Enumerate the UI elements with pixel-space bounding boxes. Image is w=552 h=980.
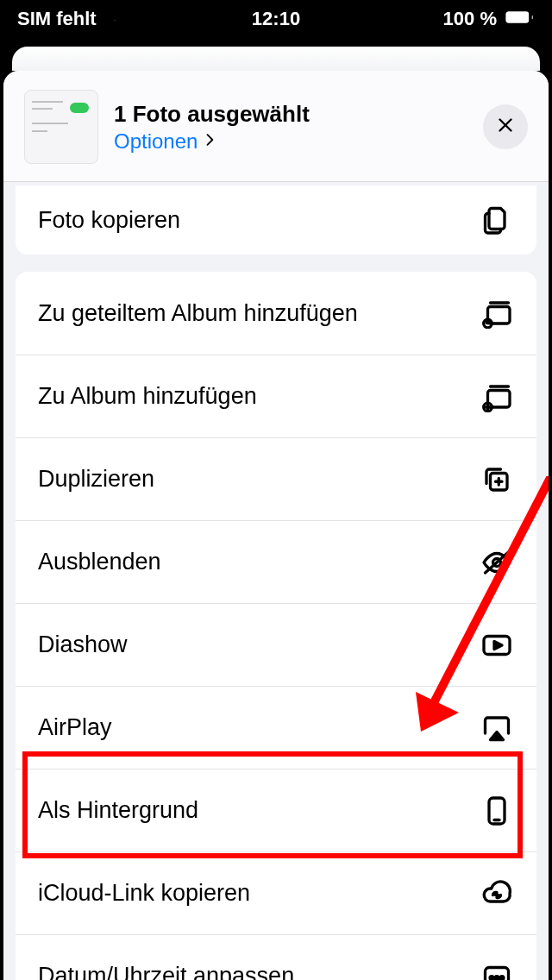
airplay-icon [480, 713, 514, 744]
more-icon [480, 961, 514, 981]
svg-point-14 [495, 976, 499, 979]
clock: 12:10 [0, 8, 552, 30]
phone-icon [480, 795, 514, 826]
svg-point-13 [490, 976, 493, 979]
chevron-right-icon [201, 129, 218, 154]
sheet-backdrop [12, 47, 540, 71]
eye-off-icon [480, 547, 514, 578]
action-label: iCloud-Link kopieren [38, 880, 250, 907]
action-add-album[interactable]: Zu Album hinzufügen [16, 355, 536, 437]
action-adjust-datetime[interactable]: Datum/Uhrzeit anpassen [16, 934, 536, 980]
action-label: AirPlay [38, 714, 112, 741]
copy-icon [480, 204, 514, 236]
action-copy-icloud-link[interactable]: iCloud-Link kopieren [16, 851, 536, 934]
action-label: Foto kopieren [38, 207, 180, 234]
action-hide[interactable]: Ausblenden [16, 520, 536, 603]
duplicate-icon [480, 464, 514, 495]
action-label: Ausblenden [38, 549, 161, 575]
close-button[interactable] [483, 104, 528, 149]
share-sheet: ▬▬▬▬▬▬▬▬▬▬▬▬▬▬▬▬▬▬▬▬ 1 Foto ausgewählt O… [3, 71, 549, 980]
action-group-1: Foto kopieren [16, 185, 536, 254]
svg-point-5 [486, 321, 489, 324]
selected-photo-thumbnail[interactable]: ▬▬▬▬▬▬▬▬▬▬▬▬▬▬▬▬▬▬▬▬ [24, 90, 98, 164]
action-label: Diashow [38, 631, 128, 658]
action-add-shared-album[interactable]: Zu geteiltem Album hinzufügen [16, 272, 536, 355]
action-label: Duplizieren [38, 466, 154, 493]
action-set-wallpaper[interactable]: Als Hintergrund [16, 769, 536, 851]
action-label: Datum/Uhrzeit anpassen [38, 963, 294, 980]
cloud-link-icon [480, 878, 514, 909]
shared-album-icon [480, 298, 514, 329]
actions-list: Foto kopieren Zu geteiltem Album hinzufü… [3, 185, 549, 980]
action-group-2: Zu geteiltem Album hinzufügen Zu Album h… [16, 272, 536, 980]
options-label: Optionen [114, 129, 198, 154]
action-label: Zu Album hinzufügen [38, 383, 257, 410]
action-airplay[interactable]: AirPlay [16, 686, 536, 769]
close-icon [494, 114, 517, 140]
album-add-icon [480, 381, 514, 412]
action-slideshow[interactable]: Diashow [16, 603, 536, 686]
share-header: ▬▬▬▬▬▬▬▬▬▬▬▬▬▬▬▬▬▬▬▬ 1 Foto ausgewählt O… [3, 71, 549, 182]
action-label: Als Hintergrund [38, 797, 198, 824]
action-copy-photo[interactable]: Foto kopieren [16, 185, 536, 254]
options-button[interactable]: Optionen [114, 129, 218, 154]
action-label: Zu geteiltem Album hinzufügen [38, 300, 358, 327]
play-rect-icon [480, 630, 514, 661]
status-bar: SIM fehlt 12:10 100 % [0, 0, 552, 38]
svg-point-15 [500, 976, 504, 979]
selection-count-title: 1 Foto ausgewählt [114, 101, 467, 128]
action-duplicate[interactable]: Duplizieren [16, 437, 536, 520]
